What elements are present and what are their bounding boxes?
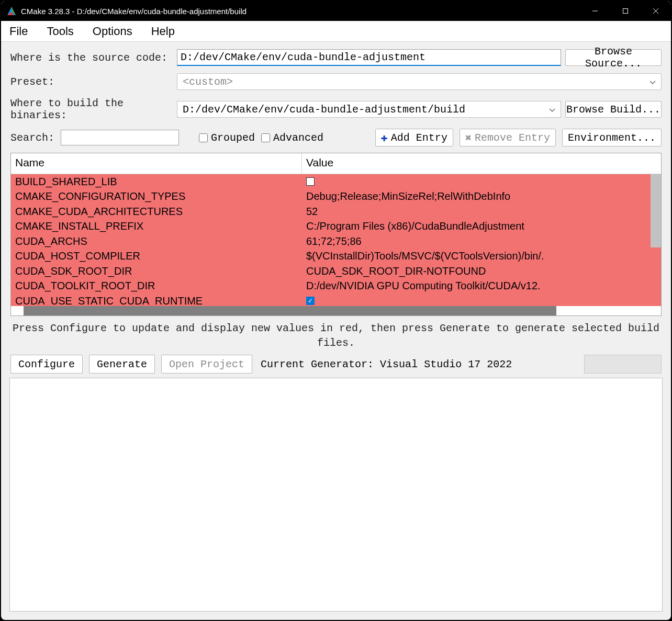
- add-entry-label: Add Entry: [391, 132, 447, 144]
- chevron-down-icon: [549, 104, 555, 116]
- preset-label: Preset:: [10, 76, 173, 88]
- source-label: Where is the source code:: [10, 52, 173, 64]
- horizontal-scrollbar-thumb[interactable]: [24, 306, 556, 315]
- maximize-button[interactable]: [610, 1, 641, 21]
- cache-variable-name: CMAKE_CUDA_ARCHITECTURES: [11, 206, 302, 218]
- progress-indicator: [584, 355, 662, 374]
- preset-value: <custom>: [183, 76, 233, 88]
- table-row[interactable]: CMAKE_INSTALL_PREFIXC:/Program Files (x8…: [11, 219, 661, 234]
- value-checkbox[interactable]: [306, 177, 315, 186]
- cache-variable-value[interactable]: [302, 177, 661, 186]
- menu-tools[interactable]: Tools: [42, 22, 77, 40]
- advanced-checkbox[interactable]: [261, 133, 270, 142]
- cache-variable-value[interactable]: D:/dev/NVIDIA GPU Computing Toolkit/CUDA…: [302, 280, 661, 292]
- column-header-value[interactable]: Value: [302, 153, 661, 174]
- horizontal-scrollbar-track[interactable]: [11, 306, 661, 315]
- build-path-input[interactable]: D:/dev/CMake/env/cuda-bundle-adjustment/…: [177, 101, 561, 118]
- build-path-value: D:/dev/CMake/env/cuda-bundle-adjustment/…: [183, 104, 465, 116]
- cmake-logo-icon: [6, 6, 17, 16]
- cache-variable-value[interactable]: $(VCInstallDir)Tools/MSVC/$(VCToolsVersi…: [302, 250, 661, 262]
- environment-button[interactable]: Environment...: [562, 129, 662, 146]
- column-header-name[interactable]: Name: [11, 153, 302, 174]
- cache-variable-name: CUDA_HOST_COMPILER: [11, 250, 302, 262]
- cache-variables-table: Name Value BUILD_SHARED_LIBCMAKE_CONFIGU…: [10, 153, 662, 316]
- cache-variable-name: CMAKE_CONFIGURATION_TYPES: [11, 190, 302, 202]
- cache-variable-value[interactable]: 52: [302, 206, 661, 218]
- search-label: Search:: [10, 132, 54, 144]
- menu-file[interactable]: File: [5, 22, 32, 40]
- menubar: File Tools Options Help: [1, 21, 671, 42]
- table-row[interactable]: CMAKE_CUDA_ARCHITECTURES52: [11, 204, 661, 219]
- cache-variable-value[interactable]: C:/Program Files (x86)/CudaBundleAdjustm…: [302, 220, 661, 232]
- table-row[interactable]: CUDA_TOOLKIT_ROOT_DIRD:/dev/NVIDIA GPU C…: [11, 279, 661, 294]
- cache-variable-name: CUDA_SDK_ROOT_DIR: [11, 265, 302, 277]
- build-label: Where to build the binaries:: [10, 97, 173, 121]
- titlebar: CMake 3.28.3 - D:/dev/CMake/env/cuda-bun…: [1, 1, 671, 21]
- configure-button[interactable]: Configure: [10, 355, 83, 374]
- table-row[interactable]: CMAKE_CONFIGURATION_TYPESDebug;Release;M…: [11, 189, 661, 205]
- current-generator-text: Current Generator: Visual Studio 17 2022: [259, 358, 512, 370]
- browse-source-button[interactable]: Browse Source...: [565, 49, 662, 66]
- hint-text: Press Configure to update and display ne…: [1, 318, 671, 354]
- vertical-scrollbar[interactable]: [651, 174, 661, 247]
- output-log-area[interactable]: [9, 378, 663, 612]
- advanced-label: Advanced: [273, 132, 323, 144]
- cache-variable-value[interactable]: CUDA_SDK_ROOT_DIR-NOTFOUND: [302, 265, 661, 277]
- cache-variable-name: CUDA_ARCHS: [11, 235, 302, 247]
- grouped-label: Grouped: [211, 132, 255, 144]
- chevron-down-icon: [649, 76, 656, 88]
- cache-variable-name: CMAKE_INSTALL_PREFIX: [11, 220, 302, 232]
- table-row[interactable]: CUDA_SDK_ROOT_DIRCUDA_SDK_ROOT_DIR-NOTFO…: [11, 264, 661, 279]
- table-row[interactable]: CUDA_USE_STATIC_CUDA_RUNTIME✓: [11, 293, 661, 306]
- generate-button[interactable]: Generate: [89, 355, 155, 374]
- minimize-button[interactable]: [580, 1, 610, 21]
- remove-entry-label: Remove Entry: [475, 132, 550, 144]
- cache-variable-name: BUILD_SHARED_LIB: [11, 176, 302, 188]
- close-button[interactable]: [641, 1, 671, 21]
- search-input[interactable]: [61, 130, 179, 145]
- preset-select[interactable]: <custom>: [177, 73, 662, 90]
- remove-entry-button[interactable]: ✖ Remove Entry: [460, 129, 556, 146]
- cache-variable-name: CUDA_TOOLKIT_ROOT_DIR: [11, 280, 302, 292]
- cache-variable-value[interactable]: ✓: [302, 297, 661, 305]
- value-checkbox[interactable]: ✓: [306, 297, 315, 305]
- menu-options[interactable]: Options: [88, 22, 137, 40]
- cache-variable-value[interactable]: 61;72;75;86: [302, 235, 661, 247]
- plus-icon: ✚: [381, 131, 388, 145]
- browse-build-button[interactable]: Browse Build...: [565, 101, 662, 118]
- menu-help[interactable]: Help: [147, 22, 179, 40]
- table-row[interactable]: BUILD_SHARED_LIB: [11, 174, 661, 189]
- cache-variable-name: CUDA_USE_STATIC_CUDA_RUNTIME: [11, 295, 302, 306]
- grouped-checkbox[interactable]: [199, 133, 208, 142]
- add-entry-button[interactable]: ✚ Add Entry: [375, 129, 453, 146]
- cache-variable-value[interactable]: Debug;Release;MinSizeRel;RelWithDebInfo: [302, 190, 661, 202]
- window-title: CMake 3.28.3 - D:/dev/CMake/env/cuda-bun…: [21, 7, 580, 16]
- source-path-input[interactable]: [177, 49, 561, 66]
- x-icon: ✖: [465, 131, 472, 144]
- table-row[interactable]: CUDA_HOST_COMPILER$(VCInstallDir)Tools/M…: [11, 249, 661, 264]
- table-row[interactable]: CUDA_ARCHS61;72;75;86: [11, 234, 661, 249]
- svg-rect-4: [623, 9, 628, 14]
- open-project-button[interactable]: Open Project: [161, 355, 252, 374]
